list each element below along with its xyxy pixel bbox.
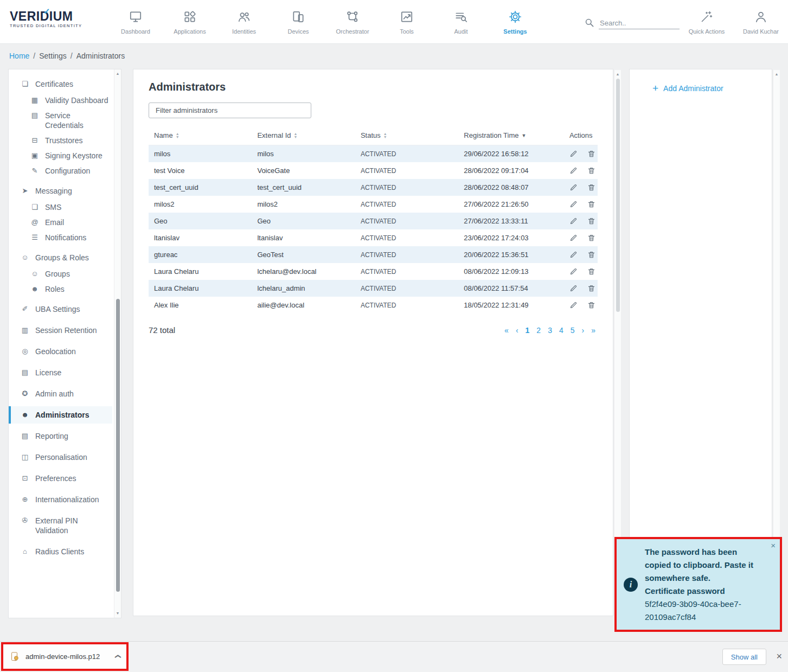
nav-item-settings[interactable]: Settings: [488, 0, 542, 43]
sidebar-item-certificates[interactable]: ❏Certificates: [9, 75, 112, 93]
cell-status: ACTIVATED: [355, 162, 458, 179]
cell-name: Geo: [149, 213, 252, 229]
page-number-1[interactable]: 1: [526, 326, 530, 335]
sidebar-item-external-pin-validation[interactable]: ✇External PIN Validation: [9, 512, 112, 539]
add-administrator-button[interactable]: + Add Administrator: [630, 69, 772, 93]
sidebar-item-personalisation[interactable]: ◫Personalisation: [9, 449, 112, 466]
delete-icon[interactable]: [587, 301, 595, 309]
column-header-status[interactable]: Status▲▼: [355, 126, 458, 145]
toast-close-icon[interactable]: ×: [771, 541, 776, 550]
sidebar-item-truststores[interactable]: ⊟Truststores: [9, 133, 112, 148]
brand-logo[interactable]: VERIDIUM ✓ TRUSTED DIGITAL IDENTITY: [0, 0, 103, 43]
scroll-up-icon[interactable]: ▲: [114, 71, 121, 76]
sidebar-item-reporting[interactable]: ▤Reporting: [9, 427, 112, 445]
sidebar-item-sms[interactable]: ❑SMS: [9, 200, 112, 215]
sidebar-item-roles[interactable]: ☻Roles: [9, 281, 112, 297]
cell-name: Laura Chelaru: [149, 263, 252, 280]
page-number-3[interactable]: 3: [548, 326, 552, 335]
edit-icon[interactable]: [569, 217, 578, 225]
delete-icon[interactable]: [587, 183, 595, 191]
delete-icon[interactable]: [587, 251, 595, 259]
breadcrumb-settings[interactable]: Settings: [39, 52, 67, 60]
search-input[interactable]: [599, 17, 680, 29]
edit-icon[interactable]: [569, 251, 578, 259]
main-scrollbar[interactable]: ▲ ▼: [614, 70, 621, 616]
edit-icon[interactable]: [569, 234, 578, 242]
previous-page-icon[interactable]: ‹: [516, 326, 518, 335]
sidebar-item-geolocation[interactable]: ◎Geolocation: [9, 343, 112, 360]
chevron-up-icon[interactable]: ❯: [114, 654, 121, 659]
breadcrumb-home[interactable]: Home: [9, 52, 29, 60]
sidebar-item-uba-settings[interactable]: ✐UBA Settings: [9, 300, 112, 318]
nav-item-dashboard[interactable]: Dashboard: [108, 0, 163, 43]
user-menu[interactable]: David Kuchar: [734, 0, 788, 43]
session-retention-icon: ▥: [21, 325, 29, 335]
sidebar-item-administrators[interactable]: ☻Administrators: [9, 406, 112, 424]
column-header-registration-time[interactable]: Registration Time▼: [458, 126, 564, 145]
cell-actions: [564, 145, 598, 163]
sidebar-item-groups-roles[interactable]: ☺Groups & Roles: [9, 249, 112, 266]
page-scrollbar[interactable]: ▲ ▼: [773, 70, 780, 616]
download-bar-close-icon[interactable]: ×: [776, 650, 782, 662]
delete-icon[interactable]: [587, 200, 595, 208]
sidebar-item-configuration[interactable]: ✎Configuration: [9, 163, 112, 178]
scroll-up-icon[interactable]: ▲: [773, 72, 780, 77]
edit-icon[interactable]: [569, 167, 578, 175]
scroll-down-icon[interactable]: ▼: [114, 611, 121, 616]
delete-icon[interactable]: [587, 150, 595, 158]
main-scrollbar-thumb[interactable]: [616, 79, 620, 312]
column-header-name[interactable]: Name▲▼: [149, 126, 252, 145]
nav-item-tools[interactable]: Tools: [380, 0, 434, 43]
column-label: Name: [154, 131, 173, 139]
first-page-icon[interactable]: «: [504, 326, 509, 335]
nav-item-applications[interactable]: Applications: [163, 0, 217, 43]
edit-icon[interactable]: [569, 284, 578, 292]
delete-icon[interactable]: [587, 284, 595, 292]
edit-icon[interactable]: [569, 200, 578, 208]
page-number-2[interactable]: 2: [536, 326, 541, 335]
sidebar-item-notifications[interactable]: ☰Notifications: [9, 230, 112, 245]
edit-icon[interactable]: [569, 301, 578, 309]
sidebar-item-session-retention[interactable]: ▥Session Retention: [9, 322, 112, 339]
sidebar-item-email[interactable]: @Email: [9, 215, 112, 230]
sidebar-item-admin-auth[interactable]: ✪Admin auth: [9, 385, 112, 402]
sidebar-item-messaging[interactable]: ➤Messaging: [9, 182, 112, 200]
download-item[interactable]: admin-device-milos.p12 ❯: [3, 651, 126, 662]
scroll-up-icon[interactable]: ▲: [614, 72, 621, 77]
sidebar-scrollbar[interactable]: ▲ ▼: [114, 69, 121, 618]
edit-icon[interactable]: [569, 267, 578, 276]
quick-actions-button[interactable]: Quick Actions: [680, 0, 734, 43]
last-page-icon[interactable]: »: [591, 326, 595, 335]
sidebar-item-internationalization[interactable]: ⊕Internationalization: [9, 491, 112, 508]
delete-icon[interactable]: [587, 217, 595, 225]
column-header-external-id[interactable]: External Id▲▼: [252, 126, 355, 145]
sidebar-item-license[interactable]: ▤License: [9, 364, 112, 381]
edit-icon[interactable]: [569, 150, 578, 158]
nav-item-orchestrator[interactable]: Orchestrator: [325, 0, 380, 43]
sidebar-item-service-credentials[interactable]: ▤Service Credentials: [9, 108, 112, 133]
sidebar-item-validity-dashboard[interactable]: ▦Validity Dashboard: [9, 93, 112, 108]
show-all-button[interactable]: Show all: [722, 649, 766, 665]
table-row: Alex Ilieailie@dev.localACTIVATED18/05/2…: [149, 297, 598, 313]
edit-icon[interactable]: [569, 183, 578, 191]
next-page-icon[interactable]: ›: [582, 326, 585, 335]
delete-icon[interactable]: [587, 267, 595, 276]
page-number-4[interactable]: 4: [559, 326, 563, 335]
delete-icon[interactable]: [587, 234, 595, 242]
sidebar-item-preferences[interactable]: ⊡Preferences: [9, 470, 112, 487]
sidebar-item-signing-keystore[interactable]: ▣Signing Keystore: [9, 148, 112, 163]
sidebar-item-radius-clients[interactable]: ⌂Radius Clients: [9, 543, 112, 560]
cell-actions: [564, 196, 598, 213]
sidebar-item-groups[interactable]: ☺Groups: [9, 266, 112, 281]
sms-icon: ❑: [30, 202, 39, 212]
reporting-icon: ▤: [21, 431, 29, 441]
nav-item-identities[interactable]: Identities: [217, 0, 271, 43]
filter-administrators-input[interactable]: [149, 103, 311, 118]
delete-icon[interactable]: [587, 167, 595, 175]
nav-item-audit[interactable]: Audit: [434, 0, 488, 43]
cell-external-id: VoiceGate: [252, 162, 355, 179]
page-number-5[interactable]: 5: [571, 326, 575, 335]
nav-item-devices[interactable]: Devices: [271, 0, 325, 43]
cell-status: ACTIVATED: [355, 179, 458, 196]
sidebar-scrollbar-thumb[interactable]: [116, 299, 120, 592]
